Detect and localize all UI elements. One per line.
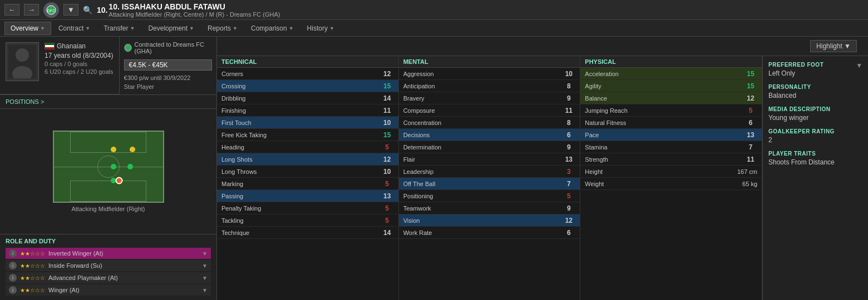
pitch-penalty-bottom: [70, 181, 146, 202]
tab-overview[interactable]: Overview ▼: [4, 22, 51, 35]
tab-reports[interactable]: Reports ▼: [201, 22, 244, 35]
nationality: Ghanaian: [45, 42, 86, 50]
stat-height: Height 167 cm: [580, 166, 762, 178]
tab-transfer[interactable]: Transfer ▼: [97, 22, 141, 35]
position-dot-2: [130, 147, 135, 152]
stat-flair: Flair 13: [399, 153, 580, 166]
role-expand-2[interactable]: ▼: [202, 275, 208, 281]
player-status: Star Player: [124, 83, 212, 90]
contract-terms: €300 p/w until 30/9/2022: [124, 74, 212, 81]
preferred-foot-value: Left Only: [768, 69, 862, 77]
stat-vision: Vision 12: [399, 214, 580, 227]
role-name-3: Winger (At): [48, 287, 199, 293]
search-button[interactable]: 🔍: [83, 6, 92, 14]
player-info: Ghanaian 17 years old (8/3/2004) 0 caps …: [0, 37, 119, 94]
right-area: Highlight ▼ TECHNICAL Corners 12 Crossin…: [217, 37, 868, 300]
stat-tackling: Tackling 5: [217, 214, 398, 227]
physical-col: PHYSICAL Acceleration 15 Agility 15 Bala…: [580, 56, 762, 300]
stat-crossing: Crossing 15: [217, 80, 398, 92]
forward-button[interactable]: →: [24, 4, 39, 16]
stat-teamwork: Teamwork 9: [399, 202, 580, 214]
role-stars-1: ★★☆☆☆: [20, 263, 45, 269]
position-dot-3: [111, 164, 116, 169]
role-info-2[interactable]: i: [9, 274, 17, 282]
physical-header: PHYSICAL: [580, 56, 762, 68]
mental-header: MENTAL: [399, 56, 580, 68]
goalkeeper-rating-section: GOALKEEPER RATING 2: [768, 128, 862, 144]
club-icon: [124, 43, 132, 52]
stat-agility: Agility 15: [580, 80, 762, 92]
tab-comparison[interactable]: Comparison ▼: [245, 22, 300, 35]
svg-text:DFC: DFC: [47, 9, 55, 13]
stat-technique: Technique 14: [217, 227, 398, 239]
role-stars-0: ★★☆☆☆: [20, 251, 45, 257]
stat-determination: Determination 9: [399, 141, 580, 153]
positions-bar[interactable]: POSITIONS >: [0, 95, 216, 109]
stat-aggression: Aggression 10: [399, 68, 580, 80]
role-name-0: Inverted Winger (At): [48, 250, 199, 257]
stat-decisions: Decisions 6: [399, 129, 580, 141]
stat-strength: Strength 11: [580, 153, 762, 166]
personality-value: Balanced: [768, 92, 862, 99]
nav-tabs: Overview ▼ Contract ▼ Transfer ▼ Develop…: [0, 20, 868, 37]
player-traits-value: Shoots From Distance: [768, 158, 862, 166]
player-avatar: [6, 42, 39, 81]
stat-corners: Corners 12: [217, 68, 398, 80]
role-name-2: Advanced Playmaker (At): [48, 274, 199, 281]
role-item-1[interactable]: i ★★☆☆☆ Inside Forward (Su) ▼: [6, 260, 211, 271]
goalkeeper-rating-title: GOALKEEPER RATING: [768, 128, 862, 134]
stat-composure: Composure 11: [399, 104, 580, 117]
stat-first-touch: First Touch 10: [217, 117, 398, 129]
role-item-2[interactable]: i ★★☆☆☆ Advanced Playmaker (At) ▼: [6, 272, 211, 283]
role-name-1: Inside Forward (Su): [48, 262, 199, 269]
player-club-icon: DFC: [43, 2, 59, 18]
position-dot-active: [116, 177, 123, 184]
stat-natural-fitness: Natural Fitness 6: [580, 117, 762, 129]
player-caps: 0 caps / 0 goals: [45, 61, 114, 67]
stat-passing: Passing 13: [217, 190, 398, 202]
contracted-club: Contracted to Dreams FC (GHA): [124, 41, 212, 54]
technical-col: TECHNICAL Corners 12 Crossing 15 Dribbli…: [217, 56, 399, 300]
mental-col: MENTAL Aggression 10 Anticipation 8 Brav…: [399, 56, 581, 300]
role-stars-2: ★★☆☆☆: [20, 275, 45, 281]
role-expand-1[interactable]: ▼: [202, 263, 208, 269]
role-expand-0[interactable]: ▼: [202, 251, 208, 257]
role-expand-3[interactable]: ▼: [202, 287, 208, 293]
contracted-to: Contracted to Dreams FC (GHA): [135, 41, 212, 54]
player-traits-section: PLAYER TRAITS Shoots From Distance: [768, 151, 862, 166]
preferred-foot-title: PREFERRED FOOT: [768, 62, 823, 68]
media-description-value: Young winger: [768, 114, 862, 122]
stat-acceleration: Acceleration 15: [580, 68, 762, 80]
role-info-3[interactable]: i: [9, 286, 17, 294]
preferred-foot-expand[interactable]: ▼: [856, 62, 862, 69]
dropdown-button[interactable]: ▼: [63, 4, 78, 16]
pitch-container: Attacking Midfielder (Right): [0, 109, 216, 234]
preferred-foot-section: PREFERRED FOOT ▼ Left Only: [768, 62, 862, 77]
tab-development[interactable]: Development ▼: [142, 22, 200, 35]
stat-penalty: Penalty Taking 5: [217, 202, 398, 214]
player-details: Ghanaian 17 years old (8/3/2004) 0 caps …: [45, 42, 114, 88]
player-traits-title: PLAYER TRAITS: [768, 151, 862, 157]
role-info-1[interactable]: i: [9, 262, 17, 269]
stat-stamina: Stamina 7: [580, 141, 762, 153]
tab-history[interactable]: History ▼: [301, 22, 341, 35]
player-subtitle: Attacking Midfielder (Right, Centre) / M…: [108, 11, 280, 18]
stat-balance: Balance 12: [580, 92, 762, 104]
stat-finishing: Finishing 11: [217, 104, 398, 117]
stat-off-the-ball: Off The Ball 7: [399, 178, 580, 190]
role-item-3[interactable]: i ★★☆☆☆ Winger (At) ▼: [6, 284, 211, 296]
svg-point-5: [125, 44, 131, 51]
pitch-label: Attacking Midfielder (Right): [71, 206, 145, 212]
role-info-0[interactable]: i: [9, 249, 17, 257]
stats-header: Highlight ▼: [217, 37, 868, 56]
media-description-title: MEDIA DESCRIPTION: [768, 106, 862, 112]
stat-work-rate: Work Rate 6: [399, 227, 580, 239]
tab-contract[interactable]: Contract ▼: [52, 22, 96, 35]
back-button[interactable]: ←: [4, 4, 19, 16]
personality-section: PERSONALITY Balanced: [768, 84, 862, 99]
role-item-0[interactable]: i ★★☆☆☆ Inverted Winger (At) ▼: [6, 248, 211, 259]
highlight-button[interactable]: Highlight ▼: [810, 40, 857, 52]
role-stars-3: ★★☆☆☆: [20, 287, 45, 293]
stat-jumping-reach: Jumping Reach 5: [580, 104, 762, 117]
stat-dribbling: Dribbling 14: [217, 92, 398, 104]
